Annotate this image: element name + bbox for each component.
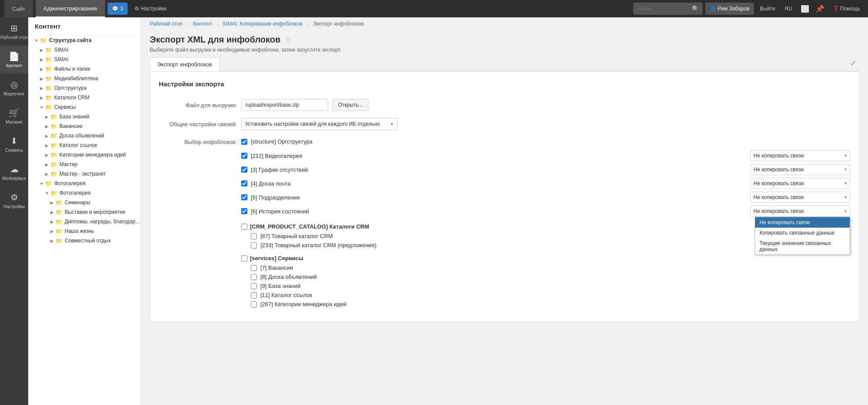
tree-item[interactable]: ▼📁Фотогалерея [28,179,141,188]
tree-item[interactable]: ▶📁Вакансии [28,121,141,131]
admin-button[interactable]: Администрирование [36,0,105,17]
logout-button[interactable]: Выйти [756,6,779,12]
sidebar-item-content[interactable]: 📄 Контент [0,46,28,74]
messages-button[interactable]: 💬 3 [108,3,128,15]
sidebar-item-services[interactable]: ⬇ Сервисы [0,130,28,158]
relations-row: Общие настройки связей: Установить настр… [150,115,859,133]
tab-export[interactable]: Экспорт инфоблоков [150,57,220,71]
tree-item[interactable]: ▶📁Категории менеджера идей [28,150,141,160]
tree-item[interactable]: ▶📁Выставки и мероприятия [28,207,141,217]
infoblock-rows: [212] ВидеогалереяНе копировать связиКоп… [241,149,850,218]
sidebar-item-marketing[interactable]: ◎ Маркетинг [0,74,28,102]
folder-icon: 📁 [45,95,53,101]
site-button[interactable]: Сайт [4,0,33,17]
tree-item[interactable]: ▶📁Мастер [28,160,141,169]
file-row: Файл для выгрузки: Открыть... [150,96,859,114]
main-structure-checkbox[interactable] [241,139,247,145]
ib3-select[interactable]: Не копировать связиКопировать связанные … [750,164,850,175]
ib6-checkbox[interactable] [241,208,247,214]
tree-item[interactable]: ▶📁SIMAI [28,55,141,64]
tree-item[interactable]: ▼📁Структура сайта [28,36,141,45]
message-icon: 💬 [112,6,118,12]
tree-item[interactable]: ▶📁Файлы и папки [28,64,141,74]
dropdown-option[interactable]: Копировать связанные данные [755,228,850,238]
sidebar-item-settings[interactable]: ⚙ Настройки [0,186,28,215]
ib4-label: [4] Доска почта [251,180,747,187]
ib5-checkbox[interactable] [241,194,247,200]
monitor-icon-button[interactable]: ⬜ [799,5,812,13]
catalog-group-checkbox[interactable] [241,224,247,230]
tree-arrow-icon: ▶ [39,85,45,91]
ib4-select[interactable]: Не копировать связиКопировать связанные … [750,178,850,189]
breadcrumb-link-dashboard[interactable]: Рабочий стол [150,21,182,27]
tree-arrow-icon: ▼ [44,190,50,196]
folder-icon: 📁 [45,56,53,62]
tree-item[interactable]: ▶📁Доска объявлений [28,131,141,140]
tree-item[interactable]: ▶📁Каталог ссылок [28,140,141,150]
services-11-checkbox[interactable] [251,292,257,298]
tree-item-label: Сервисы [54,104,141,110]
tree-arrow-icon: ▶ [49,199,55,206]
tree-item[interactable]: ▶📁База знаний [28,112,141,121]
dashboard-icon: ⊞ [10,23,18,33]
folder-icon: 📁 [50,161,58,167]
breadcrumb-link-copy[interactable]: SIMAI: Копирование инфоблоков [223,21,302,27]
tree-arrow-icon: ▶ [44,123,50,129]
tree-item[interactable]: ▶📁Наша жизнь [28,226,141,236]
catalog-233-checkbox[interactable] [251,242,257,248]
ib3-select-wrap: Не копировать связиКопировать связанные … [750,164,850,175]
ib4-checkbox[interactable] [241,180,247,186]
tree-item[interactable]: ▼📁Сервисы [28,102,141,112]
tree-item[interactable]: ▶📁Каталоги CRM [28,93,141,102]
tree-item-label: Доска объявлений [59,133,141,139]
dropdown-option[interactable]: Текущие значения связанных данных [755,238,850,255]
tree-item[interactable]: ▶📁Медиабиблиотека [28,74,141,83]
sidebar-item-shop[interactable]: 🛒 Магазин [0,102,28,130]
ib3-checkbox[interactable] [241,167,247,173]
services-group-label: [services] Сервисы [250,255,303,261]
services-267-checkbox[interactable] [251,301,257,307]
tree-item[interactable]: ▶📁Дипломы, награды, благодарности [28,217,141,226]
tab-expand-button[interactable]: ⤢ [850,59,856,67]
pin-icon-button[interactable]: 📌 [813,5,826,13]
tree-item[interactable]: ▼📁Фотогалерея [28,188,141,198]
tree-item[interactable]: ▶📁Мастер - экстранет [28,169,141,179]
tree-item[interactable]: ▶📁SIMAI [28,45,141,55]
breadcrumb-current: Экспорт инфоблоков [313,21,364,27]
sidebar-item-marketplace[interactable]: ☁ Marketplace [0,158,28,186]
favorite-star-button[interactable]: ☆ [285,36,291,44]
catalog-87-checkbox[interactable] [251,233,257,239]
ib6-select[interactable]: Не копировать связиКопировать связанные … [750,206,850,217]
help-button[interactable]: ❓ Помощь [829,6,864,12]
topbar-icons: ⬜ 📌 [799,5,826,13]
shop-icon: 🛒 [9,108,20,118]
catalog-group-label: [CRM_PRODUCT_CATALOG] Каталоги CRM [250,223,369,230]
tree-item-label: Наша жизнь [65,228,141,234]
services-group-checkbox[interactable] [241,255,247,261]
user-button[interactable]: 👤 Рим Забаров [705,3,754,15]
breadcrumb-link-content[interactable]: Контент [193,21,212,27]
tree-item[interactable]: ▶📁Совместный отдых [28,236,141,245]
services-9-checkbox[interactable] [251,283,257,289]
ib212-checkbox[interactable] [241,153,247,159]
sidebar-item-dashboard[interactable]: ⊞ Рабочий стол [0,17,28,46]
services-8-checkbox[interactable] [251,274,257,280]
relations-select[interactable]: Установить настройки связей для каждого … [241,118,398,130]
tree-item[interactable]: ▶📁Оргструктура [28,83,141,93]
dropdown-option[interactable]: Не копировать связи [755,217,850,228]
language-button[interactable]: RU [781,6,796,12]
tree-arrow-icon: ▶ [39,47,45,53]
ib5-label: [5] Подразделения [251,194,747,201]
file-label: Файл для выгрузки: [159,102,237,108]
ib212-select[interactable]: Не копировать связиКопировать связанные … [750,150,850,161]
file-input[interactable] [241,99,328,111]
breadcrumb-sep: → [185,21,190,27]
search-wrapper: 🔍 [633,3,703,15]
tree-item[interactable]: ▶📁Семинары [28,198,141,207]
services-7-checkbox[interactable] [251,265,257,271]
open-file-button[interactable]: Открыть... [332,99,368,111]
tree-item-label: Совместный отдых [65,238,141,244]
folder-icon: 📁 [45,66,53,72]
ib5-select[interactable]: Не копировать связиКопировать связанные … [750,192,850,203]
settings-button[interactable]: ⚙ Настройки [130,3,171,15]
